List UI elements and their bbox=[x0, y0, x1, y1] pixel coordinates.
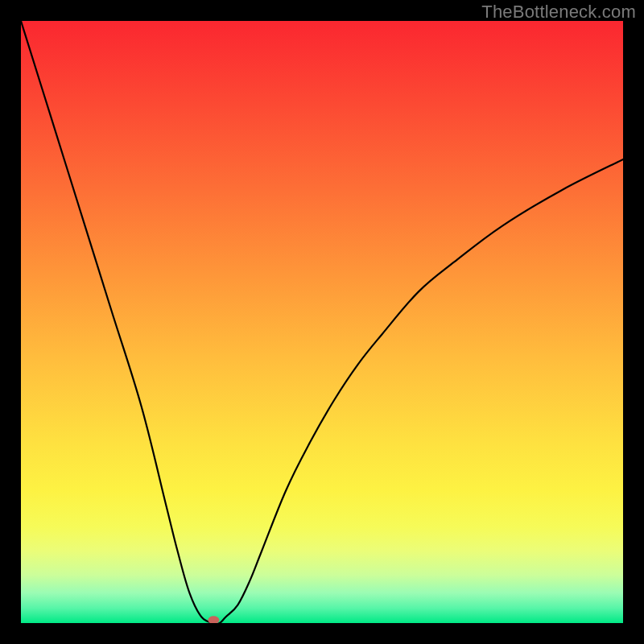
chart-border bbox=[0, 0, 644, 644]
watermark-text: TheBottleneck.com bbox=[481, 2, 636, 23]
